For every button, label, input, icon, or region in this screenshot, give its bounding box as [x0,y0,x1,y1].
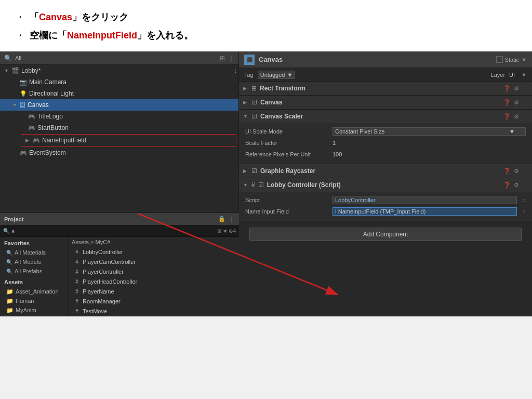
rect-transform-help-icon[interactable]: ❓ [503,85,511,92]
lobby-controller-body: Script LobbyController ○ Name Input Fiel… [239,192,532,221]
project-item-asset-animation[interactable]: 📁 Asset_Animation [4,287,63,296]
canvas-icon: 🖼 [20,102,25,108]
rect-transform-icon: ⊞ [251,85,257,92]
all-prefabs-label: All Prefabs [15,268,42,274]
start-button-label: StartButton [37,124,69,131]
script-label: Script [245,197,328,203]
lobby-label: Lobby* [21,67,41,74]
hierarchy-item-start-button[interactable]: 🎮 StartButton [0,122,238,134]
layer-dropdown-arrow[interactable]: ▼ [521,72,527,78]
project-item-all-prefabs[interactable]: 🔍 All Prefabs [4,267,63,276]
script-icon-lobby: # [74,249,80,255]
canvas-scaler-checkbox[interactable]: ☑ [251,113,257,120]
hierarchy-item-title-logo[interactable]: 🎮 TitleLogo [0,111,238,122]
tag-label: Tag [244,72,254,78]
project-item-all-models[interactable]: 🔍 All Models [4,257,63,267]
static-checkbox[interactable]: Static ▼ [496,56,527,63]
ui-scale-mode-dropdown[interactable]: Constant Pixel Size ▼ [332,127,526,136]
instruction-line-1: 「Canvas」をクリック [16,9,516,25]
rect-transform-menu-icon[interactable]: ⋮ [522,85,528,92]
component-graphic-raycaster-header[interactable]: ▶ ☑ Graphic Raycaster ❓ ⚙ ⋮ [239,164,532,178]
hierarchy-item-directional-light[interactable]: 💡 Directional Light [0,88,238,99]
gr-help-icon[interactable]: ❓ [503,168,511,175]
nif-icon: 🎮 [33,137,40,144]
canvas-scaler-menu-icon[interactable]: ⋮ [522,113,528,120]
project-search-icon: 🔍 [3,228,9,234]
component-canvas-scaler-header[interactable]: ▼ ☑ Canvas Scaler ❓ ⚙ ⋮ [239,110,532,123]
hierarchy-item-main-camera[interactable]: 📷 Main Camera [0,76,238,88]
hierarchy-item-lobby[interactable]: ▼ 🎬 Lobby* ⋮ [0,65,238,76]
canvas-scaler-settings-icon[interactable]: ⚙ [514,113,519,120]
hierarchy-item-name-input-field-wrapper: ▶ 🎮 NameInputField [21,134,236,147]
hierarchy-more-icon[interactable]: ⋮ [228,55,234,62]
lc-help-icon[interactable]: ❓ [503,182,511,189]
gameobject-name-input[interactable] [259,56,492,63]
lock-icon[interactable]: 🔒 [218,216,225,222]
lc-menu-icon[interactable]: ⋮ [522,182,528,189]
file-item-playercontroller[interactable]: # PlayerController [72,267,235,276]
file-item-lobbycontroller[interactable]: # LobbyController [72,247,235,257]
favorites-title: Favorites [4,240,63,246]
hierarchy-header: 🔍 All ⊞ ⋮ [0,51,238,65]
canvas-comp-checkbox[interactable]: ☑ [251,99,257,106]
lc-checkbox[interactable]: ☑ [258,181,264,189]
gr-settings-icon[interactable]: ⚙ [514,168,519,175]
scene-icon: 🎬 [11,67,19,74]
tag-arrow: ▼ [287,72,292,78]
text-cursor-icon: I [335,209,337,215]
file-item-testmove[interactable]: # TestMove [72,307,235,316]
static-dropdown-arrow[interactable]: ▼ [521,57,527,63]
hierarchy-item-canvas[interactable]: ▼ 🖼 Canvas [0,99,238,111]
name-input-field-prop-label: Name Input Field [245,208,328,215]
hierarchy-add-icon[interactable]: ⊞ [220,55,225,62]
component-canvas-header[interactable]: ▶ ☑ Canvas ❓ ⚙ ⋮ [239,96,532,109]
file-item-playername[interactable]: # PlayerName [72,287,235,296]
instructions-area: 「Canvas」をクリック 空欄に「NameInputField」を入れる。 [0,0,532,51]
project-header: Project 🔒 ⋮ [0,213,239,225]
myanim-label: MyAnim [16,307,36,313]
project-item-human[interactable]: 📁 Human [4,296,63,305]
hierarchy-item-event-system[interactable]: 🎮 EventSystem [0,147,238,158]
add-component-button[interactable]: Add Component [249,228,522,241]
gr-expand-arrow: ▶ [243,168,248,174]
script-ref-value[interactable]: LobbyController [332,196,517,204]
component-lobby-controller-header[interactable]: ▼ # ☑ Lobby Controller (Script) ❓ ⚙ ⋮ [239,178,532,192]
project-title: Project [4,216,215,222]
name-input-field-value[interactable]: I NameInputField (TMP_Input Field) [332,207,517,216]
canvas-scaler-name: Canvas Scaler [260,113,500,120]
human-label: Human [16,298,34,304]
canvas-comp-settings-icon[interactable]: ⚙ [514,99,519,106]
gr-checkbox[interactable]: ☑ [251,167,257,175]
search-icon[interactable]: 🔍 [4,55,12,62]
project-main: Assets > MyC# # LobbyController # Player… [68,237,239,316]
canvas-scaler-body: UI Scale Mode Constant Pixel Size ▼ Scal… [239,123,532,164]
project-item-myanim[interactable]: 📁 MyAnim [4,305,63,315]
project-item-all-materials[interactable]: 🔍 All Materials [4,248,63,257]
canvas-comp-menu-icon[interactable]: ⋮ [522,99,528,106]
lc-settings-icon[interactable]: ⚙ [514,182,519,189]
script-icon-test: # [74,309,80,314]
scale-factor-row: Scale Factor 1 [245,138,526,148]
tag-dropdown[interactable]: Untagged ▼ [258,71,296,79]
file-item-playerheadcontroller[interactable]: # PlayerHeadController [72,277,235,286]
file-item-roommanager[interactable]: # RoomManager [72,297,235,306]
canvas-comp-help-icon[interactable]: ❓ [503,99,511,106]
rect-transform-settings-icon[interactable]: ⚙ [514,85,519,92]
ref-pixels-label: Reference Pixels Per Unit [245,151,328,157]
tag-row: Tag Untagged ▼ Layer UI ▼ [239,68,532,82]
canvas-comp-name: Canvas [260,99,500,106]
layer-value: UI [509,72,515,78]
canvas-scaler-help-icon[interactable]: ❓ [503,113,511,120]
ref-pixels-value: 100 [332,151,526,157]
project-search-input[interactable] [11,228,215,234]
file-item-playercamcontroller[interactable]: # PlayerCamController [72,257,235,267]
hierarchy-options-icon[interactable]: ⋮ [233,68,238,74]
ui-scale-mode-label: UI Scale Mode [245,128,328,135]
project-more-icon[interactable]: ⋮ [229,216,235,223]
gameobject-cube-icon: ⬛ [244,55,255,65]
component-rect-transform-header[interactable]: ▶ ⊞ Rect Transform ❓ ⚙ ⋮ [239,82,532,95]
hierarchy-item-name-input-field[interactable]: ▶ 🎮 NameInputField [21,135,236,146]
gameobject-header: ⬛ Static ▼ [239,51,532,68]
gr-menu-icon[interactable]: ⋮ [522,168,528,175]
folder-icon-human: 📁 [6,298,14,304]
